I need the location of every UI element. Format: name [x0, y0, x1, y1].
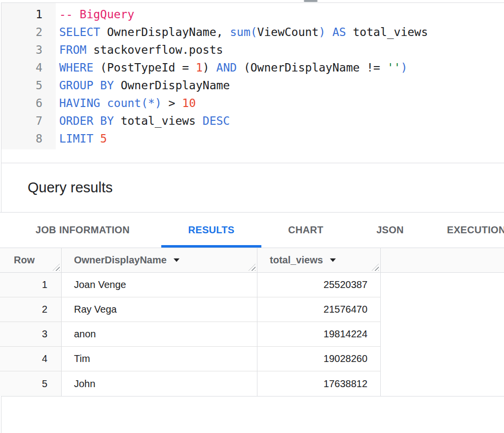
tab-label: CHART [288, 224, 324, 236]
code-token: sum( [230, 26, 257, 38]
column-resize-handle-icon[interactable] [53, 264, 60, 271]
code-area[interactable]: 1-- BigQuery2SELECT OwnerDisplayName, su… [1, 3, 504, 147]
code-token: ORDER BY [59, 114, 114, 127]
code-line[interactable]: 8LIMIT 5 [1, 130, 504, 147]
code-token: 5 [100, 132, 107, 145]
line-number: 8 [1, 130, 42, 147]
code-token: DESC [203, 114, 230, 127]
tab-job-information[interactable]: JOB INFORMATION [4, 213, 161, 248]
code-text: HAVING count(*) > 10 [42, 94, 196, 112]
code-token [325, 26, 332, 38]
code-text: ORDER BY total_views DESC [42, 112, 230, 130]
total-views-cell: 17638812 [257, 371, 381, 396]
column-header-label: total_views [270, 254, 323, 266]
code-token: OwnerDisplayName [114, 79, 230, 92]
tab-json[interactable]: JSON [350, 213, 430, 248]
total-views-cell: 25520387 [257, 273, 381, 297]
table-row: 2Ray Vega21576470 [0, 297, 381, 322]
code-token: total_views [114, 114, 203, 127]
code-line[interactable]: 6HAVING count(*) > 10 [1, 94, 504, 112]
results-table-body: 1Joan Venge255203872Ray Vega215764703ano… [0, 273, 381, 396]
tab-label: JSON [376, 224, 404, 236]
column-header-label: OwnerDisplayName [74, 254, 167, 266]
code-line[interactable]: 4WHERE (PostTypeId = 1) AND (OwnerDispla… [1, 59, 504, 76]
splitter-drag-handle[interactable] [304, 0, 318, 2]
owner-name-cell: John [62, 371, 257, 396]
code-token [93, 132, 100, 145]
code-token: ) [400, 61, 407, 74]
code-line[interactable]: 7ORDER BY total_views DESC [1, 112, 504, 130]
code-token: HAVING [59, 97, 100, 109]
table-row: 5John17638812 [0, 371, 381, 396]
code-token: '' [387, 61, 401, 74]
column-header-ownerdisplayname: OwnerDisplayName [62, 248, 257, 272]
line-number: 5 [1, 76, 42, 94]
line-number: 4 [1, 59, 42, 76]
sort-dropdown-icon[interactable] [174, 258, 180, 262]
code-token: ViewCount [257, 26, 319, 38]
query-results-header: Query results [1, 163, 504, 212]
page-title: Query results [28, 180, 112, 196]
tab-results[interactable]: RESULTS [161, 213, 261, 248]
code-text: -- BigQuery [42, 5, 134, 23]
sql-editor[interactable]: 1-- BigQuery2SELECT OwnerDisplayName, su… [1, 2, 504, 163]
row-number-cell: 5 [0, 371, 62, 396]
row-number-cell: 4 [0, 347, 62, 371]
total-views-cell: 19814224 [257, 322, 381, 346]
code-line[interactable]: 5GROUP BY OwnerDisplayName [1, 76, 504, 94]
tab-label: RESULTS [188, 224, 235, 236]
tab-execution-details[interactable]: EXECUTION DETAILS [430, 213, 504, 248]
tab-label: EXECUTION DETAILS [447, 224, 504, 236]
bigquery-results-panel: 1-- BigQuery2SELECT OwnerDisplayName, su… [0, 0, 504, 433]
total-views-cell: 19028260 [257, 347, 381, 371]
code-token: > [162, 97, 182, 109]
row-number-cell: 3 [0, 322, 62, 346]
table-row: 4Tim19028260 [0, 347, 381, 371]
code-token: WHERE [59, 61, 93, 74]
line-number: 6 [1, 94, 42, 112]
owner-name-cell: Joan Venge [62, 273, 257, 297]
column-header-filler [381, 248, 504, 272]
line-number: 3 [1, 41, 42, 59]
code-token: ) [319, 26, 325, 38]
owner-name-cell: Ray Vega [62, 297, 257, 322]
tab-chart[interactable]: CHART [261, 213, 350, 248]
code-text: SELECT OwnerDisplayName, sum(ViewCount) … [42, 23, 428, 41]
column-header-label: Row [14, 254, 35, 266]
column-header-total_views: total_views [257, 248, 381, 272]
code-token: (PostTypeId = [93, 61, 196, 74]
code-token: FROM [59, 43, 86, 56]
table-row: 3anon19814224 [0, 322, 381, 347]
code-token: (OwnerDisplayName != [237, 61, 387, 74]
owner-name-cell: anon [62, 322, 257, 346]
code-line[interactable]: 1-- BigQuery [1, 5, 504, 23]
code-text: FROM stackoverflow.posts [42, 41, 223, 59]
results-tab-bar: JOB INFORMATIONRESULTSCHARTJSONEXECUTION… [0, 212, 504, 248]
row-number-cell: 1 [0, 273, 62, 297]
tab-label: JOB INFORMATION [36, 224, 130, 236]
results-footer-panel [1, 396, 504, 433]
owner-name-cell: Tim [62, 347, 257, 371]
line-number: 2 [1, 23, 42, 41]
line-number: 7 [1, 112, 42, 130]
column-resize-handle-icon[interactable] [372, 264, 379, 271]
column-header-row: Row [0, 248, 62, 272]
sort-dropdown-icon[interactable] [330, 258, 336, 262]
results-table-header: RowOwnerDisplayNametotal_views [0, 248, 504, 273]
table-row: 1Joan Venge25520387 [0, 273, 381, 297]
code-token: ) [203, 61, 216, 74]
code-token: OwnerDisplayName, [100, 26, 230, 38]
code-token: LIMIT [59, 132, 93, 145]
code-token: total_views [346, 26, 428, 38]
code-token: AS [332, 26, 346, 38]
code-token: GROUP BY [59, 79, 114, 92]
code-line[interactable]: 3FROM stackoverflow.posts [1, 41, 504, 59]
code-text: WHERE (PostTypeId = 1) AND (OwnerDisplay… [42, 59, 407, 76]
code-line[interactable]: 2SELECT OwnerDisplayName, sum(ViewCount)… [1, 23, 504, 41]
code-token: 1 [196, 61, 203, 74]
line-number: 1 [1, 5, 42, 23]
code-text: GROUP BY OwnerDisplayName [42, 76, 230, 94]
column-resize-handle-icon[interactable] [249, 264, 255, 271]
code-token: stackoverflow.posts [86, 43, 223, 56]
code-token: SELECT [59, 26, 100, 38]
